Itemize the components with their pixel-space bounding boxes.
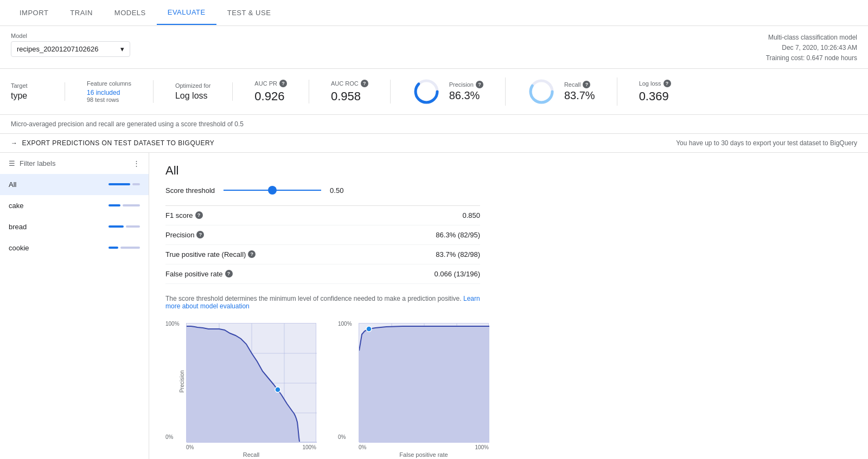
sidebar-bar-cookie [108, 247, 140, 249]
info-text: The score threshold determines the minim… [165, 295, 480, 310]
model-selected-value: recipes_20201207102626 [17, 45, 98, 53]
stat-fpr-key: False positive rate ? [165, 270, 233, 278]
model-label: Model [11, 33, 130, 39]
sidebar: ☰ Filter labels ⋮ All cake bread [0, 153, 149, 459]
auc-pr-metric: AUC PR ? 0.926 [254, 80, 309, 104]
log-loss-value: 0.369 [639, 89, 672, 104]
stat-f1-key: F1 score ? [165, 211, 203, 219]
bar-segment-all-2 [132, 183, 140, 185]
precision-info: Precision ? 86.3% [449, 81, 483, 102]
notice-bar: Micro-averaged precision and recall are … [0, 115, 868, 134]
stat-f1: F1 score ? 0.850 [165, 206, 480, 225]
optimized-metric: Optimized for Log loss [175, 82, 233, 101]
log-loss-info-icon[interactable]: ? [663, 80, 671, 87]
log-loss-label: Log loss ? [639, 80, 672, 87]
prc-y-label: Precision [179, 370, 185, 392]
target-metric: Target type [11, 82, 65, 101]
export-link-text: EXPORT PREDICTIONS ON TEST DATASET TO BI… [22, 139, 215, 147]
threshold-value: 0.50 [330, 186, 343, 195]
prc-x-axis: 0% 100% [165, 444, 316, 450]
detail-panel: All Score threshold 0.50 F1 score ? 0.85… [149, 153, 868, 459]
filter-icon: ☰ [9, 159, 15, 167]
export-bar: → EXPORT PREDICTIONS ON TEST DATASET TO … [0, 134, 868, 153]
sidebar-label-all: All [9, 180, 16, 189]
sidebar-more-icon[interactable]: ⋮ [133, 159, 140, 167]
feature-sub: 98 test rows [87, 96, 131, 103]
precision-info-icon[interactable]: ? [476, 81, 483, 88]
export-arrow-icon: → [11, 139, 18, 147]
roc-x-axis: 0% 100% [338, 444, 489, 450]
auc-roc-metric: AUC ROC ? 0.958 [331, 80, 391, 104]
prc-chart-box [186, 323, 316, 442]
stat-precision: Precision ? 86.3% (82/95) [165, 225, 480, 245]
sidebar-bar-bread [108, 225, 140, 228]
precision-label: Precision [449, 81, 474, 88]
threshold-slider[interactable] [224, 190, 321, 191]
sidebar-bar-all [108, 183, 140, 185]
roc-chart-container: 100% 0% True positive rate [338, 321, 489, 459]
stat-precision-val: 86.3% (82/95) [436, 231, 480, 239]
export-note: You have up to 30 days to export your te… [676, 139, 857, 147]
svg-point-10 [275, 387, 280, 392]
nav-models[interactable]: MODELS [104, 1, 157, 24]
nav-test-use[interactable]: TEST & USE [216, 1, 282, 24]
auc-roc-label: AUC ROC ? [331, 80, 368, 87]
dropdown-arrow-icon: ▾ [120, 45, 124, 53]
nav-bar: IMPORT TRAIN MODELS EVALUATE TEST & USE [0, 0, 868, 26]
feature-value[interactable]: 16 included [87, 89, 131, 96]
sidebar-item-bread[interactable]: bread [0, 216, 149, 237]
sidebar-label-bread: bread [9, 223, 27, 231]
sidebar-bar-cake [108, 204, 140, 206]
prc-x-left: 0% [186, 444, 194, 450]
feature-metric: Feature columns 16 included 98 test rows [87, 80, 154, 103]
stat-recall-val: 83.7% (82/98) [436, 250, 480, 258]
log-loss-metric: Log loss ? 0.369 [639, 80, 693, 104]
recall-circle [527, 77, 556, 106]
fpr-info-icon[interactable]: ? [225, 270, 233, 277]
stat-f1-val: 0.850 [462, 211, 480, 219]
recall-stat-info-icon[interactable]: ? [248, 250, 256, 258]
metrics-row: Target type Feature columns 16 included … [0, 69, 868, 115]
sidebar-item-cake[interactable]: cake [0, 195, 149, 216]
recall-info-icon[interactable]: ? [583, 81, 590, 88]
nav-train[interactable]: TRAIN [59, 1, 104, 24]
detail-title: All [165, 164, 852, 178]
threshold-label: Score threshold [165, 186, 215, 195]
optimized-value: Log loss [175, 91, 210, 101]
roc-chart-box [359, 323, 489, 442]
charts-row: 100% 0% Precision [165, 321, 852, 459]
notice-text: Micro-averaged precision and recall are … [11, 120, 244, 128]
precision-circle [412, 77, 441, 106]
prc-x-label: Recall [165, 451, 316, 458]
roc-y-bottom: 0% [338, 434, 352, 440]
stats-table: F1 score ? 0.850 Precision ? 86.3% (82/9… [165, 205, 480, 284]
sidebar-header: ☰ Filter labels ⋮ [0, 153, 149, 174]
nav-import[interactable]: IMPORT [9, 1, 59, 24]
feature-label: Feature columns [87, 80, 131, 87]
filter-label: Filter labels [20, 159, 55, 167]
export-link[interactable]: → EXPORT PREDICTIONS ON TEST DATASET TO … [11, 139, 214, 147]
bar-segment-all [108, 183, 130, 185]
bar-segment-cookie [108, 247, 118, 249]
f1-info-icon[interactable]: ? [195, 211, 203, 219]
main-content: ☰ Filter labels ⋮ All cake bread [0, 153, 868, 459]
model-dropdown[interactable]: recipes_20201207102626 ▾ [11, 41, 130, 57]
prc-y-top: 100% [165, 321, 180, 327]
nav-evaluate[interactable]: EVALUATE [157, 1, 216, 25]
optimized-label: Optimized for [175, 82, 210, 89]
prc-x-right: 100% [302, 444, 316, 450]
filter-labels-button[interactable]: ☰ Filter labels [9, 159, 55, 167]
roc-x-left: 0% [359, 444, 366, 450]
auc-roc-value: 0.958 [331, 89, 368, 104]
auc-pr-info-icon[interactable]: ? [279, 80, 287, 87]
auc-roc-info-icon[interactable]: ? [361, 80, 368, 87]
bar-segment-cake-2 [123, 204, 140, 206]
sidebar-item-cookie[interactable]: cookie [0, 237, 149, 258]
recall-metric: Recall ? 83.7% [527, 77, 617, 106]
sidebar-item-all[interactable]: All [0, 174, 149, 195]
precision-stat-info-icon[interactable]: ? [196, 231, 204, 238]
target-label: Target [11, 82, 43, 89]
stat-fpr: False positive rate ? 0.066 (13/196) [165, 264, 480, 284]
model-row: Model recipes_20201207102626 ▾ Multi-cla… [0, 26, 868, 69]
sidebar-label-cake: cake [9, 202, 23, 210]
